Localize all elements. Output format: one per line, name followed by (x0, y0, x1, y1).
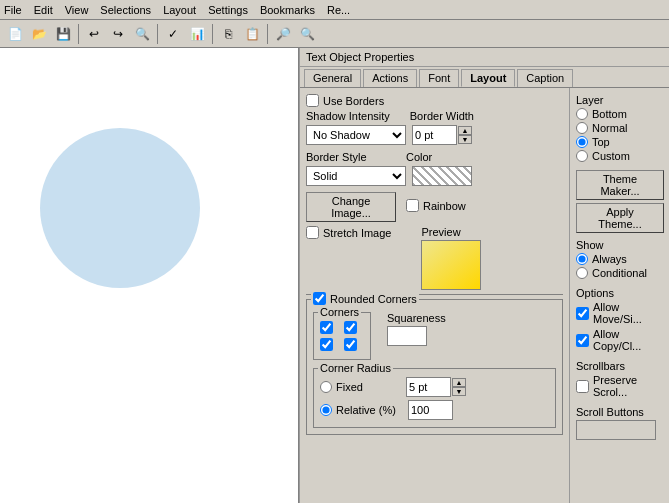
change-image-button[interactable]: Change Image... (306, 192, 396, 222)
menu-layout[interactable]: Layout (163, 4, 196, 16)
shadow-select[interactable]: No Shadow (306, 125, 406, 145)
toolbar-btn-zoom-out[interactable]: 🔍 (296, 23, 318, 45)
corner-br[interactable] (344, 338, 357, 351)
allow-copy-checkbox[interactable] (576, 334, 589, 347)
show-conditional-radio[interactable] (576, 267, 588, 279)
tab-font[interactable]: Font (419, 69, 459, 87)
stretch-image-checkbox[interactable] (306, 226, 319, 239)
layer-normal-row: Normal (576, 122, 663, 134)
border-width-up[interactable]: ▲ (458, 126, 472, 135)
fixed-radio[interactable] (320, 381, 332, 393)
layer-top-radio[interactable] (576, 136, 588, 148)
rounded-corners-label: Rounded Corners (330, 293, 417, 305)
rounded-corners-checkbox[interactable] (313, 292, 326, 305)
toolbar-btn-redo[interactable]: ↪ (107, 23, 129, 45)
toolbar-btn-search[interactable]: 🔍 (131, 23, 153, 45)
menu-selections[interactable]: Selections (100, 4, 151, 16)
toolbar-btn-paste[interactable]: 📋 (241, 23, 263, 45)
fixed-spinbtns: ▲ ▼ (452, 378, 466, 396)
layer-top-row: Top (576, 136, 663, 148)
change-rainbow-row: Change Image... Rainbow (306, 192, 563, 222)
menu-settings[interactable]: Settings (208, 4, 248, 16)
tab-general[interactable]: General (304, 69, 361, 87)
apply-theme-button[interactable]: Apply Theme... (576, 203, 664, 233)
toolbar-btn-save[interactable]: 💾 (52, 23, 74, 45)
stretch-col: Stretch Image (306, 226, 391, 242)
preserve-scroll-row: Preserve Scrol... (576, 374, 663, 398)
squareness-input[interactable]: 2 (387, 326, 427, 346)
preview-col: Preview (421, 226, 481, 290)
layer-bottom-radio[interactable] (576, 108, 588, 120)
fixed-value-input[interactable] (406, 377, 451, 397)
layer-normal-radio[interactable] (576, 122, 588, 134)
toolbar-btn-check[interactable]: ✓ (162, 23, 184, 45)
panel-left: Use Borders Shadow Intensity Border Widt… (300, 88, 569, 503)
tab-layout[interactable]: Layout (461, 69, 515, 87)
show-always-radio[interactable] (576, 253, 588, 265)
menu-bookmarks[interactable]: Bookmarks (260, 4, 315, 16)
menu-reload[interactable]: Re... (327, 4, 350, 16)
toolbar-btn-zoom-in[interactable]: 🔎 (272, 23, 294, 45)
circle-shape (40, 128, 200, 288)
allow-move-checkbox[interactable] (576, 307, 589, 320)
layer-title: Layer (576, 94, 663, 106)
menu-view[interactable]: View (65, 4, 89, 16)
corner-bl[interactable] (320, 338, 333, 351)
fixed-down[interactable]: ▼ (452, 387, 466, 396)
scrollbars-section: Scrollbars Preserve Scrol... (576, 360, 663, 398)
toolbar-btn-chart[interactable]: 📊 (186, 23, 208, 45)
show-conditional-label: Conditional (592, 267, 647, 279)
rainbow-checkbox[interactable] (406, 199, 419, 212)
toolbar-btn-copy[interactable]: ⎘ (217, 23, 239, 45)
stretch-image-row: Stretch Image (306, 226, 391, 239)
use-borders-row: Use Borders (306, 94, 563, 107)
main-area: Text Object Properties General Actions F… (0, 48, 669, 503)
corner-tr[interactable] (344, 321, 357, 334)
options-section: Options Allow Move/Si... Allow Copy/Cl..… (576, 287, 663, 352)
tab-caption[interactable]: Caption (517, 69, 573, 87)
panel-body: Use Borders Shadow Intensity Border Widt… (300, 88, 669, 503)
style-color-row: Solid (306, 166, 563, 186)
options-title: Options (576, 287, 663, 299)
border-style-select[interactable]: Solid (306, 166, 406, 186)
toolbar-btn-new[interactable]: 📄 (4, 23, 26, 45)
border-width-down[interactable]: ▼ (458, 135, 472, 144)
canvas-area (0, 48, 299, 503)
preserve-scroll-checkbox[interactable] (576, 380, 589, 393)
rounded-corners-group: Rounded Corners Corners (306, 299, 563, 435)
layer-custom-radio[interactable] (576, 150, 588, 162)
panel-title-text: Text Object Properties (306, 51, 414, 63)
color-swatch[interactable] (412, 166, 472, 186)
toolbar-sep-1 (78, 24, 79, 44)
layer-top-label: Top (592, 136, 610, 148)
shadow-row: Shadow Intensity Border Width (306, 110, 563, 122)
border-width-input[interactable] (412, 125, 457, 145)
tab-actions[interactable]: Actions (363, 69, 417, 87)
toolbar-btn-undo[interactable]: ↩ (83, 23, 105, 45)
toolbar-btn-open[interactable]: 📂 (28, 23, 50, 45)
show-title: Show (576, 239, 663, 251)
fixed-spin: ▲ ▼ (406, 377, 466, 397)
relative-value-input[interactable] (408, 400, 453, 420)
toolbar-sep-4 (267, 24, 268, 44)
corner-tl[interactable] (320, 321, 333, 334)
fixed-up[interactable]: ▲ (452, 378, 466, 387)
theme-maker-button[interactable]: Theme Maker... (576, 170, 664, 200)
relative-radio[interactable] (320, 404, 332, 416)
stretch-image-label: Stretch Image (323, 227, 391, 239)
menu-file[interactable]: File (4, 4, 22, 16)
menu-edit[interactable]: Edit (34, 4, 53, 16)
layer-custom-label: Custom (592, 150, 630, 162)
rounded-corners-checkbox-row: Rounded Corners (313, 292, 417, 305)
border-width-spin: ▲ ▼ (412, 125, 472, 145)
scrollbars-title: Scrollbars (576, 360, 663, 372)
border-style-label: Border Style (306, 151, 386, 163)
panel-right: Layer Bottom Normal Top (569, 88, 669, 503)
allow-move-row: Allow Move/Si... (576, 301, 663, 325)
squareness-group: Squareness 2 (387, 312, 446, 346)
use-borders-checkbox[interactable] (306, 94, 319, 107)
fixed-label: Fixed (336, 381, 406, 393)
corner-radius-group: Corner Radius Fixed ▲ ▼ (313, 368, 556, 428)
stretch-preview-row: Stretch Image Preview (306, 226, 563, 290)
scroll-buttons-title: Scroll Buttons (576, 406, 663, 418)
